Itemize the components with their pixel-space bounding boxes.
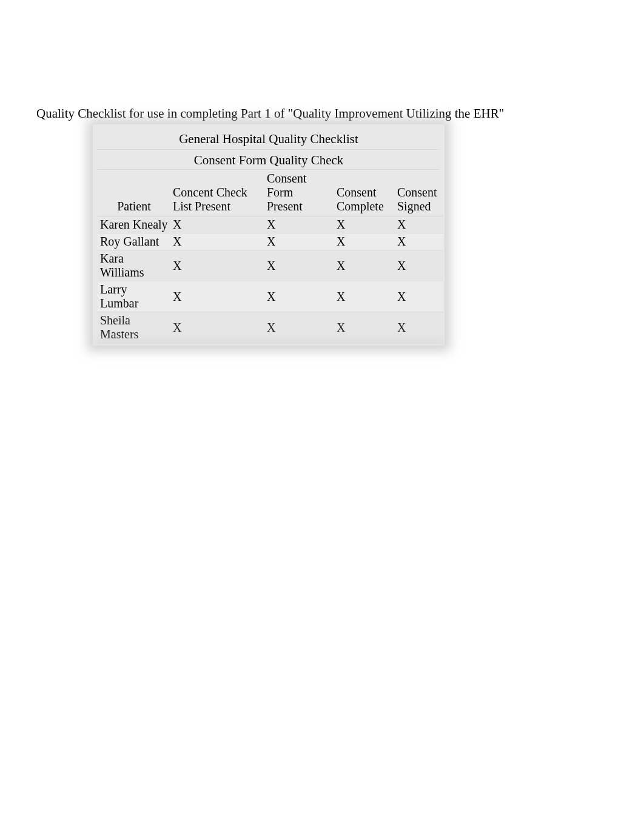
table-header-row: Patient Concent Check List Present Conse… <box>98 170 443 216</box>
cell-complete: X <box>334 281 395 312</box>
table-row: Roy Gallant X X X X <box>98 233 443 250</box>
cell-patient: Roy Gallant <box>98 233 170 250</box>
cell-form-present: X <box>264 216 334 233</box>
cell-signed: X <box>395 233 443 250</box>
col-header-form-present-label: Consent Form Present <box>267 172 332 213</box>
cell-complete: X <box>334 233 395 250</box>
cell-patient: Larry Lumbar <box>98 281 170 312</box>
cell-patient: Sheila Masters <box>98 312 170 343</box>
col-header-signed: Consent Signed <box>395 170 443 216</box>
cell-complete: X <box>334 216 395 233</box>
cell-check-list-present: X <box>170 233 264 250</box>
cell-check-list-present: X <box>170 312 264 343</box>
table-row: Kara Williams X X X X <box>98 250 443 281</box>
col-header-signed-label: Consent Signed <box>397 186 441 213</box>
cell-signed: X <box>395 312 443 343</box>
checklist-table: Patient Concent Check List Present Conse… <box>98 170 443 343</box>
cell-complete: X <box>334 312 395 343</box>
col-header-check-list-present-label: Concent Check List Present <box>173 186 262 213</box>
cell-check-list-present: X <box>170 250 264 281</box>
cell-signed: X <box>395 250 443 281</box>
table-row: Larry Lumbar X X X X <box>98 281 443 312</box>
cell-form-present: X <box>264 281 334 312</box>
checklist-table-container: General Hospital Quality Checklist Conse… <box>93 124 444 346</box>
table-subtitle: Consent Form Quality Check <box>98 150 440 170</box>
col-header-form-present: Consent Form Present <box>264 170 334 216</box>
cell-check-list-present: X <box>170 216 264 233</box>
col-header-complete-label: Consent Complete <box>337 186 392 213</box>
cell-form-present: X <box>264 250 334 281</box>
table-row: Karen Knealy X X X X <box>98 216 443 233</box>
page-heading: Quality Checklist for use in completing … <box>36 106 504 121</box>
cell-check-list-present: X <box>170 281 264 312</box>
cell-signed: X <box>395 216 443 233</box>
table-row: Sheila Masters X X X X <box>98 312 443 343</box>
cell-complete: X <box>334 250 395 281</box>
cell-patient: Karen Knealy <box>98 216 170 233</box>
col-header-complete: Consent Complete <box>334 170 395 216</box>
cell-signed: X <box>395 281 443 312</box>
col-header-patient: Patient <box>98 170 170 216</box>
cell-form-present: X <box>264 312 334 343</box>
col-header-check-list-present: Concent Check List Present <box>170 170 264 216</box>
table-title: General Hospital Quality Checklist <box>98 128 440 150</box>
col-header-patient-label: Patient <box>100 200 168 213</box>
cell-patient: Kara Williams <box>98 250 170 281</box>
cell-form-present: X <box>264 233 334 250</box>
